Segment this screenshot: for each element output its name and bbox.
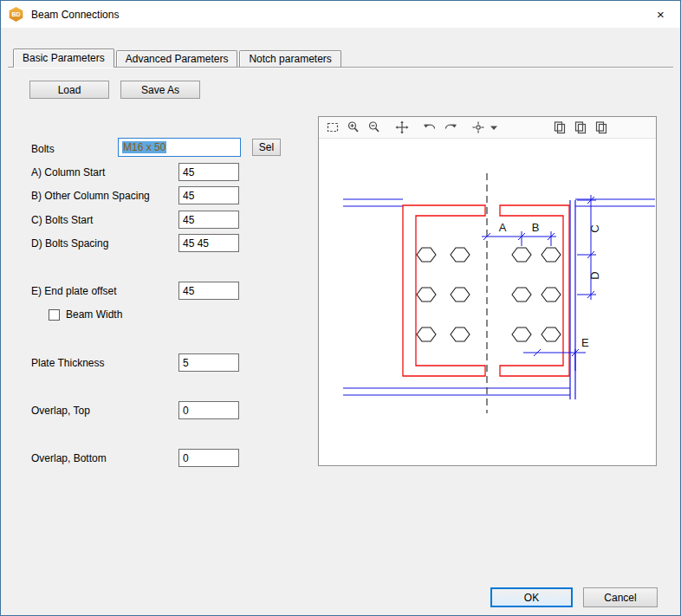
zoom-window-icon: [326, 120, 340, 134]
tab-advanced-parameters[interactable]: Advanced Parameters: [116, 50, 238, 67]
beam-width-checkbox[interactable]: [49, 309, 60, 321]
zoom-in-icon: [347, 120, 360, 134]
plate-thickness-label: Plate Thickness: [31, 357, 105, 369]
pan-button[interactable]: [392, 119, 412, 137]
rotate-cw-icon: [444, 120, 457, 134]
dim-label-b: B: [532, 221, 540, 234]
rotate-ccw-button[interactable]: [419, 119, 440, 137]
bolts-spacing-label: D) Bolts Spacing: [31, 237, 108, 250]
column-start-label: A) Column Start: [31, 166, 105, 178]
tab-basic-parameters[interactable]: Basic Parameters: [13, 49, 114, 68]
dim-label-a: A: [499, 221, 507, 234]
paste-view-1-button[interactable]: [549, 119, 570, 137]
origin-dropdown-button[interactable]: [489, 119, 499, 137]
tab-notch-parameters[interactable]: Notch parameters: [239, 50, 340, 67]
dim-label-e: E: [581, 336, 589, 349]
paste-view-3-icon: [594, 120, 608, 134]
dim-label-c: C: [588, 224, 601, 232]
bolts-start-label: C) Bolts Start: [31, 214, 93, 226]
paste-view-2-button[interactable]: [570, 119, 591, 137]
paste-view-1-icon: [553, 120, 567, 134]
column-start-input[interactable]: [178, 163, 239, 181]
paste-view-3-button[interactable]: [591, 119, 612, 137]
end-plate-offset-label: E) End plate offset: [31, 285, 117, 297]
app-icon: BD: [9, 7, 23, 22]
overlap-top-label: Overlap, Top: [31, 405, 90, 417]
origin-icon: [471, 120, 485, 134]
overlap-bottom-input[interactable]: [178, 449, 239, 467]
bolts-selected-text: M16 x 50: [122, 141, 166, 153]
rotate-cw-button[interactable]: [440, 119, 461, 137]
bolts-input[interactable]: M16 x 50: [118, 138, 241, 157]
origin-button[interactable]: [468, 119, 489, 137]
bolts-label: Bolts: [31, 143, 55, 155]
window-title: Beam Connections: [31, 9, 119, 21]
drawing-preview-panel: A B C D E: [318, 116, 657, 466]
paste-view-2-icon: [574, 120, 587, 134]
bolt-hexagons: [417, 248, 561, 341]
chevron-down-icon: [490, 123, 498, 132]
close-button[interactable]: ×: [641, 1, 680, 28]
dimension-cd: C D: [577, 195, 601, 300]
pan-icon: [395, 120, 409, 134]
beam-connections-dialog: BD Beam Connections × Basic Parameters A…: [0, 0, 681, 616]
load-button[interactable]: Load: [29, 81, 109, 99]
connection-drawing-viewport[interactable]: A B C D E: [319, 139, 656, 465]
overlap-top-input[interactable]: [178, 401, 239, 419]
zoom-out-icon: [367, 120, 381, 134]
bolts-spacing-input[interactable]: [178, 234, 239, 252]
plate-thickness-input[interactable]: [178, 353, 239, 372]
dim-label-d: D: [588, 271, 601, 279]
other-column-spacing-input[interactable]: [178, 186, 239, 204]
cancel-button[interactable]: Cancel: [583, 587, 658, 607]
bolts-start-input[interactable]: [178, 211, 239, 229]
sel-button[interactable]: Sel: [252, 139, 281, 156]
dimension-ab: A B: [482, 221, 556, 246]
tab-strip: Basic Parameters Advanced Parameters Not…: [13, 49, 343, 68]
zoom-out-button[interactable]: [364, 119, 385, 137]
rotate-ccw-icon: [423, 120, 437, 134]
ok-button[interactable]: OK: [490, 587, 573, 607]
title-bar: BD Beam Connections ×: [1, 1, 680, 28]
beam-width-label: Beam Width: [66, 309, 122, 321]
zoom-in-button[interactable]: [343, 119, 364, 137]
save-as-button[interactable]: Save As: [120, 81, 200, 99]
zoom-window-button[interactable]: [322, 119, 343, 137]
overlap-bottom-label: Overlap, Bottom: [31, 452, 107, 464]
other-column-spacing-label: B) Other Column Spacing: [31, 190, 150, 202]
preview-toolbar: [319, 117, 656, 139]
end-plate-offset-input[interactable]: [178, 282, 239, 300]
